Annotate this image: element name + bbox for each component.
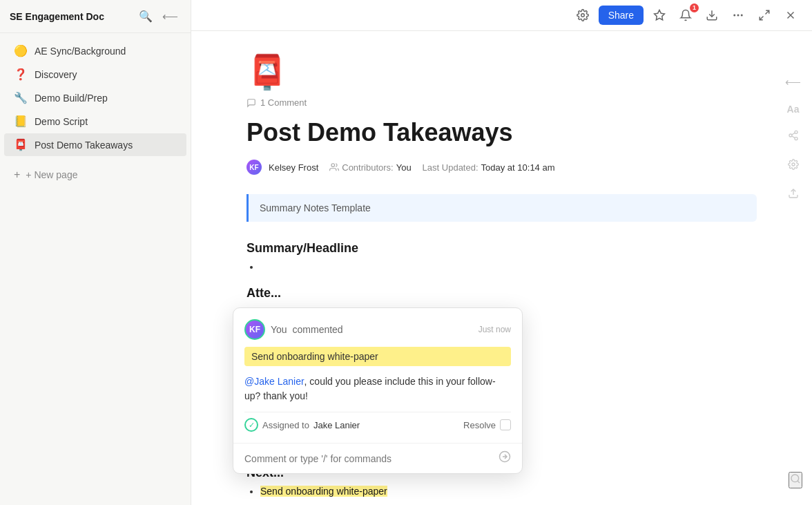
svg-line-13 — [791, 136, 795, 138]
svg-line-6 — [766, 10, 769, 14]
comment-mention: @Jake Lanier — [244, 376, 304, 387]
settings-icon-button[interactable] — [572, 6, 593, 24]
contributors-value: You — [396, 162, 412, 173]
svg-marker-1 — [655, 10, 665, 20]
svg-point-11 — [789, 134, 792, 137]
page-title: Post Demo Takeaways — [246, 117, 757, 147]
comment-count: 1 Comment — [246, 97, 757, 108]
share-button[interactable]: Share — [599, 6, 644, 25]
sidebar-item-label: Demo Script — [35, 116, 88, 127]
meta-row: KF Kelsey Frost Contributors: You Last U… — [246, 160, 757, 175]
comment-avatar: KF — [244, 319, 265, 340]
collapse-right-button[interactable]: ⟵ — [782, 73, 804, 91]
svg-line-14 — [791, 133, 795, 135]
collapse-sidebar-button[interactable]: ⟵ — [160, 8, 181, 24]
main-content: Share 1 ⟵ Aa — [191, 0, 812, 505]
sidebar-item-ae-sync[interactable]: 🟡 AE Sync/Background — [4, 39, 186, 62]
sidebar-item-demo-script[interactable]: 📒 Demo Script — [4, 110, 186, 133]
sidebar-item-label: Discovery — [35, 69, 77, 80]
assigned-person: Jake Lanier — [313, 420, 360, 430]
sidebar-item-label: AE Sync/Background — [35, 46, 126, 57]
comment-body: @Jake Lanier, could you please include t… — [244, 374, 511, 403]
author-name: Kelsey Frost — [269, 162, 318, 173]
bullet-item-next: Send onboarding white-paper — [260, 486, 757, 497]
assigned-label: Assigned to — [262, 420, 309, 430]
contributors-label: Contributors: — [342, 162, 393, 173]
new-page-button[interactable]: + + New page — [4, 164, 186, 186]
new-page-plus-icon: + — [14, 169, 20, 181]
topbar: Share 1 — [191, 0, 812, 31]
contributors-block: Contributors: You — [329, 162, 411, 173]
discovery-icon: ❓ — [14, 68, 28, 81]
comment-timestamp: Just now — [478, 325, 511, 334]
nav-items: 🟡 AE Sync/Background ❓ Discovery 🔧 Demo … — [0, 33, 191, 162]
comment-username-block: You commented — [271, 323, 343, 336]
content-area: ⟵ Aa 📮 1 Comment Post Demo Takeaways KF — [191, 31, 812, 505]
comment-input[interactable] — [244, 453, 493, 464]
sidebar-item-discovery[interactable]: ❓ Discovery — [4, 63, 186, 86]
share-right-button[interactable] — [782, 127, 804, 146]
svg-line-7 — [760, 17, 763, 20]
settings-right-button[interactable] — [782, 156, 804, 175]
more-options-button[interactable] — [728, 6, 748, 24]
favorite-button[interactable] — [649, 6, 670, 24]
resolve-checkbox[interactable] — [500, 419, 511, 430]
section-summary: Summary/Headline — [246, 241, 757, 272]
assigned-check-icon: ✓ — [244, 418, 258, 432]
last-updated-label: Last Updated: — [423, 162, 478, 173]
notification-count: 1 — [690, 3, 699, 12]
last-updated-value: Today at 10:14 am — [481, 162, 555, 173]
last-updated-block: Last Updated: Today at 10:14 am — [423, 162, 555, 173]
sidebar-item-demo-build[interactable]: 🔧 Demo Build/Prep — [4, 86, 186, 109]
comment-send-button[interactable] — [499, 450, 511, 466]
comment-input-row — [233, 443, 522, 473]
section-heading-summary: Summary/Headline — [246, 241, 757, 256]
section-heading-attendees: Atte... — [246, 286, 757, 301]
comment-popup-body: KF You commented Just now Send onboardin… — [233, 308, 522, 443]
svg-point-0 — [581, 14, 584, 17]
svg-point-4 — [737, 15, 739, 16]
svg-line-19 — [798, 481, 800, 483]
comment-user-row: KF You commented — [244, 319, 343, 340]
sidebar-header: SE Engagement Doc 🔍 ⟵ — [0, 0, 191, 33]
comment-header: KF You commented Just now — [244, 319, 511, 340]
right-toolbar: ⟵ Aa — [782, 73, 804, 204]
bottom-search-button[interactable] — [789, 472, 802, 488]
notification-badge[interactable]: 1 — [675, 6, 696, 24]
comment-username-text: You — [271, 324, 287, 335]
upload-right-button[interactable] — [782, 185, 804, 204]
post-demo-icon: 📮 — [14, 138, 28, 151]
page-emoji: 📮 — [246, 53, 757, 92]
svg-point-3 — [734, 15, 735, 16]
summary-block: Summary Notes Template — [246, 194, 757, 222]
sidebar-item-post-demo[interactable]: 📮 Post Demo Takeaways — [4, 133, 186, 156]
ae-sync-icon: 🟡 — [14, 44, 28, 57]
sidebar-item-label: Post Demo Takeaways — [35, 140, 133, 151]
demo-script-icon: 📒 — [14, 115, 28, 128]
demo-build-icon: 🔧 — [14, 91, 28, 104]
svg-point-18 — [791, 475, 799, 482]
author-block: KF Kelsey Frost — [246, 160, 318, 175]
svg-point-17 — [331, 164, 335, 167]
author-avatar: KF — [246, 160, 262, 175]
sidebar-item-label: Demo Build/Prep — [35, 93, 108, 104]
svg-point-15 — [792, 163, 795, 166]
resolve-label: Resolve — [463, 420, 496, 430]
export-button[interactable] — [702, 6, 722, 24]
comment-popup: KF You commented Just now Send onboardin… — [233, 307, 523, 474]
close-button[interactable] — [780, 6, 801, 24]
comment-action-text: commented — [293, 324, 343, 335]
svg-point-10 — [795, 131, 798, 133]
bullet-item — [260, 261, 757, 272]
comment-highlighted-text: Send onboarding white-paper — [244, 347, 511, 366]
search-button[interactable]: 🔍 — [136, 8, 155, 24]
expand-button[interactable] — [754, 6, 775, 24]
font-size-button[interactable]: Aa — [782, 101, 804, 117]
svg-point-12 — [795, 137, 798, 140]
comment-username: You commented — [271, 324, 343, 335]
sidebar-title: SE Engagement Doc — [10, 11, 104, 22]
assigned-left: ✓ Assigned to Jake Lanier — [244, 418, 360, 432]
highlighted-next-item: Send onboarding white-paper — [260, 486, 387, 497]
new-page-label: + New page — [26, 169, 77, 180]
resolve-button[interactable]: Resolve — [463, 419, 511, 430]
